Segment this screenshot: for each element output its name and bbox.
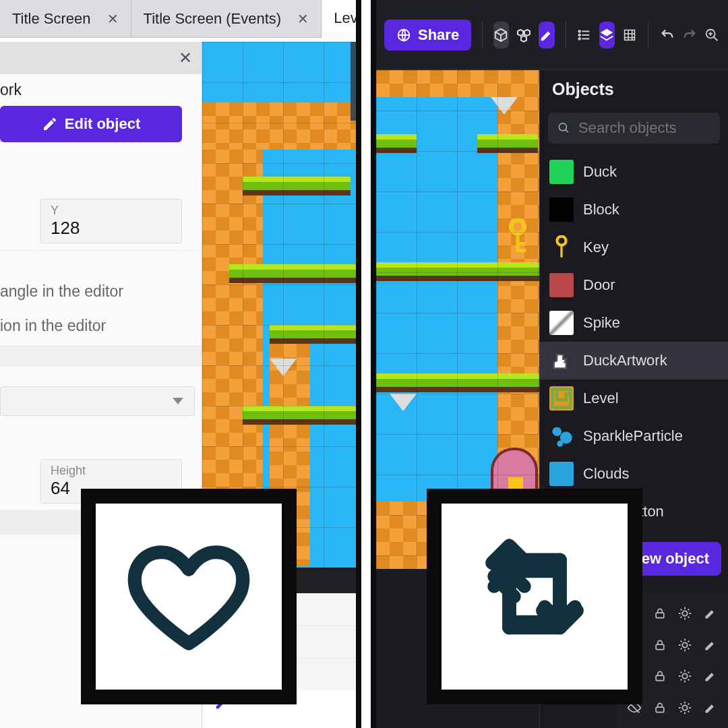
object-item-level[interactable]: Level bbox=[540, 380, 728, 417]
object-item-label: Level bbox=[583, 390, 619, 407]
object-item-duck[interactable]: Duck bbox=[540, 153, 728, 191]
share-button[interactable]: Share bbox=[384, 20, 471, 51]
svg-rect-24 bbox=[656, 707, 664, 712]
svg-point-12 bbox=[557, 237, 566, 245]
retweet-icon bbox=[467, 536, 602, 657]
search-objects[interactable] bbox=[548, 113, 720, 144]
object-thumbnail-icon bbox=[549, 160, 574, 184]
hint-position: ion in the editor bbox=[0, 311, 202, 346]
layers-icon[interactable] bbox=[599, 22, 615, 49]
objects-title: Objects bbox=[540, 70, 728, 109]
object-thumbnail-icon bbox=[549, 198, 574, 222]
edit-object-label: Edit object bbox=[65, 115, 140, 133]
object-thumbnail-icon bbox=[549, 348, 574, 373]
top-toolbar: Share bbox=[376, 0, 728, 70]
object-thumbnail-icon bbox=[549, 273, 574, 297]
tab-title-screen[interactable]: Title Screen ✕ bbox=[0, 0, 131, 37]
y-input[interactable]: Y 128 bbox=[40, 199, 182, 243]
close-icon[interactable]: ✕ bbox=[297, 11, 309, 27]
hint-angle: angle in the editor bbox=[0, 277, 202, 311]
pencil-icon bbox=[42, 116, 58, 132]
object-item-block[interactable]: Block bbox=[540, 191, 728, 229]
globe-icon bbox=[396, 28, 411, 42]
object-item-label: SparkleParticle bbox=[583, 427, 683, 445]
object-thumbnail-icon bbox=[549, 386, 574, 411]
svg-point-5 bbox=[578, 38, 580, 40]
svg-point-23 bbox=[683, 674, 688, 679]
object-item-door[interactable]: Door bbox=[540, 266, 728, 304]
object-item-label: Block bbox=[583, 201, 619, 218]
y-value: 128 bbox=[51, 218, 172, 239]
chevron-down-icon bbox=[173, 398, 183, 404]
object-thumbnail-icon bbox=[549, 311, 574, 335]
peek-row[interactable]: Background colo bbox=[202, 721, 364, 728]
brightness-icon[interactable] bbox=[675, 663, 696, 690]
object-item-clouds[interactable]: Clouds bbox=[540, 455, 728, 493]
svg-rect-13 bbox=[560, 245, 562, 257]
svg-point-19 bbox=[683, 611, 688, 616]
object-item-label: Spike bbox=[583, 314, 620, 332]
list-icon[interactable] bbox=[576, 22, 592, 49]
object-item-label: Duck bbox=[583, 163, 617, 181]
cubes-icon[interactable] bbox=[516, 22, 532, 49]
object-item-label: Key bbox=[583, 239, 609, 256]
object-item-sparkleparticle[interactable]: SparkleParticle bbox=[540, 417, 728, 455]
undo-icon[interactable] bbox=[659, 22, 675, 49]
svg-point-14 bbox=[553, 427, 562, 437]
svg-point-25 bbox=[683, 705, 688, 710]
y-label: Y bbox=[51, 204, 172, 218]
svg-rect-18 bbox=[656, 613, 664, 618]
share-label: Share bbox=[418, 26, 459, 44]
svg-point-3 bbox=[578, 30, 580, 32]
object-item-label: DuckArtwork bbox=[583, 352, 667, 369]
tab-label: Title Screen bbox=[12, 10, 91, 28]
object-thumbnail-icon bbox=[549, 235, 574, 260]
close-icon[interactable]: ✕ bbox=[107, 11, 119, 27]
edit-mode-icon[interactable] bbox=[539, 22, 554, 49]
svg-rect-20 bbox=[656, 644, 664, 650]
zoom-in-icon[interactable] bbox=[704, 22, 720, 49]
object-name-fragment: ork bbox=[0, 74, 202, 106]
svg-rect-22 bbox=[656, 675, 664, 681]
object-item-label: Clouds bbox=[583, 465, 629, 483]
cube-icon[interactable] bbox=[493, 22, 509, 49]
inspector-header: ✕ bbox=[0, 42, 202, 74]
framed-heart bbox=[81, 489, 297, 704]
lock-icon[interactable] bbox=[649, 663, 671, 690]
object-item-key[interactable]: Key bbox=[540, 229, 728, 266]
object-thumbnail-icon bbox=[549, 462, 574, 486]
object-item-duckartwork[interactable]: DuckArtwork bbox=[540, 342, 728, 380]
close-icon[interactable]: ✕ bbox=[179, 49, 192, 67]
framed-retweet bbox=[427, 489, 642, 704]
dropdown[interactable] bbox=[0, 386, 195, 416]
search-input[interactable] bbox=[578, 119, 710, 137]
object-item-spike[interactable]: Spike bbox=[540, 304, 728, 342]
pane-divider[interactable] bbox=[356, 0, 376, 728]
svg-point-21 bbox=[683, 642, 688, 647]
brightness-icon[interactable] bbox=[675, 600, 696, 628]
search-icon bbox=[557, 121, 570, 135]
tab-title-screen-events[interactable]: Title Screen (Events) ✕ bbox=[131, 0, 322, 37]
object-item-label: Door bbox=[583, 276, 615, 294]
lock-icon[interactable] bbox=[649, 694, 671, 722]
brightness-icon[interactable] bbox=[675, 694, 696, 722]
grid-icon[interactable] bbox=[621, 22, 637, 49]
edit-icon[interactable] bbox=[700, 600, 721, 628]
edit-object-button[interactable]: Edit object bbox=[0, 106, 182, 142]
objects-list: DuckBlockKeyDoorSpikeDuckArtworkLevelSpa… bbox=[540, 153, 728, 530]
edit-icon[interactable] bbox=[700, 694, 721, 722]
svg-point-16 bbox=[557, 441, 563, 447]
svg-point-4 bbox=[578, 34, 580, 36]
brightness-icon[interactable] bbox=[675, 632, 696, 659]
redo-icon[interactable] bbox=[681, 22, 697, 49]
heart-icon bbox=[125, 539, 253, 654]
object-thumbnail-icon bbox=[549, 424, 574, 448]
tab-label: Title Screen (Events) bbox=[144, 10, 282, 28]
edit-icon[interactable] bbox=[700, 632, 721, 659]
edit-icon[interactable] bbox=[700, 663, 721, 690]
lock-icon[interactable] bbox=[649, 632, 671, 659]
lock-icon[interactable] bbox=[649, 600, 671, 628]
svg-point-11 bbox=[559, 123, 566, 131]
height-label: Height bbox=[51, 464, 172, 478]
